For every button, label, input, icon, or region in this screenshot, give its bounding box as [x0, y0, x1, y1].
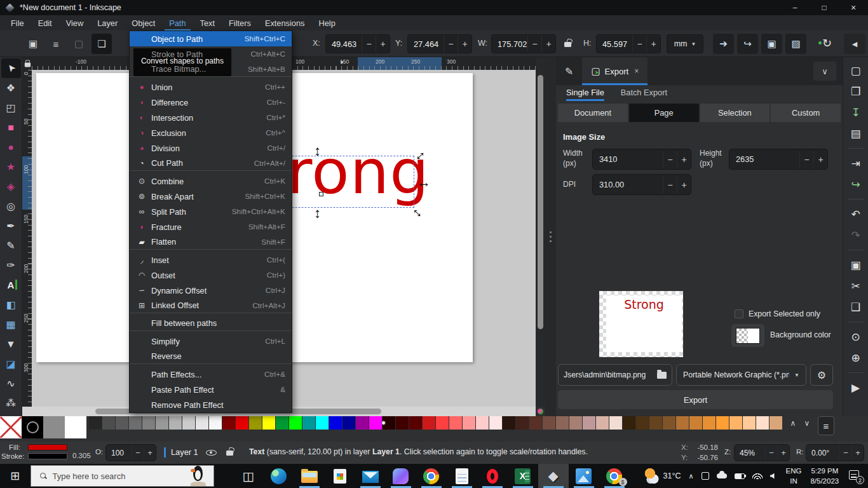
export-area-button[interactable]: Page	[629, 104, 699, 122]
tool-text[interactable]: A	[1, 275, 21, 295]
palette-swatch[interactable]	[289, 416, 302, 430]
menu-item-exclusion[interactable]: ◑ Exclusion Ctrl+^	[130, 125, 292, 140]
select-all-layers-button[interactable]: ≡	[46, 34, 66, 54]
palette-swatch[interactable]	[689, 416, 702, 430]
scale-corners-toggle[interactable]: ↪	[737, 34, 758, 54]
tool-tweak[interactable]: ∿	[1, 374, 21, 393]
fill-swatch[interactable]	[28, 444, 67, 451]
menu-item-union[interactable]: ● Union Ctrl++	[130, 79, 292, 95]
rotation-field[interactable]: 0.00° − +	[806, 444, 864, 461]
palette-swatch[interactable]	[276, 416, 288, 430]
sep5[interactable]	[848, 372, 864, 373]
palette-swatch[interactable]	[182, 416, 195, 430]
palette-swatch[interactable]	[449, 416, 462, 430]
export-filename-field[interactable]: Jsers\admin\bitmap.png	[558, 364, 672, 386]
export-area-button[interactable]: Document	[558, 104, 628, 122]
menu-item-inset[interactable]: ◞ Inset Ctrl+(	[130, 252, 292, 268]
palette-swatch[interactable]	[222, 416, 235, 430]
menubar-item[interactable]: Path	[162, 15, 193, 30]
menu-item-difference[interactable]: ◖ Difference Ctrl+-	[130, 95, 292, 110]
palette-swatch[interactable]	[409, 416, 422, 430]
palette-swatch[interactable]	[556, 416, 569, 430]
taskbar-task-view[interactable]: ◫	[233, 464, 264, 488]
export-button[interactable]: Export	[558, 390, 833, 409]
palette-swatch[interactable]	[516, 416, 529, 430]
folder-open-icon[interactable]	[657, 372, 667, 379]
export-format-dropdown[interactable]: Portable Network Graphic (*.png) ▼	[676, 364, 806, 386]
layer-visibility-icon[interactable]	[206, 450, 217, 456]
maximize-button[interactable]: □	[810, 0, 839, 15]
dock-collapse-button[interactable]: ∨	[813, 62, 836, 81]
background-color-button[interactable]	[731, 324, 764, 347]
menu-item-fracture[interactable]: ◗ Fracture Shift+Alt+F	[130, 219, 292, 234]
export-height-field[interactable]: 2635 − +	[729, 149, 828, 170]
taskbar-loop[interactable]	[386, 464, 416, 488]
swatch-gray[interactable]	[43, 416, 65, 438]
palette-swatch[interactable]	[463, 416, 475, 430]
export-icon[interactable]: ↪	[848, 177, 864, 191]
palette-swatch[interactable]	[356, 416, 369, 430]
menu-item-simplify[interactable]: Simplify Ctrl+L	[130, 334, 292, 349]
increment-button[interactable]: +	[677, 151, 691, 168]
lock-ratio-toggle[interactable]	[564, 42, 571, 47]
palette-swatch[interactable]	[756, 416, 769, 430]
h-field[interactable]: 45.597 − +	[596, 34, 661, 53]
color-managed-view-toggle[interactable]	[536, 407, 545, 416]
search-input[interactable]: Type here to search	[31, 465, 214, 487]
snap-bar-collapse-button[interactable]: ◀	[844, 34, 865, 54]
menubar-item[interactable]: Layer	[90, 15, 125, 30]
palette-swatch[interactable]	[342, 416, 355, 430]
palette-swatch[interactable]	[489, 416, 502, 430]
paste-icon[interactable]: ❑	[848, 300, 864, 314]
export-selected-checkbox[interactable]	[735, 309, 743, 318]
tool-ellipse[interactable]: ●	[1, 137, 21, 157]
taskbar-inkscape[interactable]: ◆	[538, 464, 569, 488]
palette-swatch[interactable]	[423, 416, 435, 430]
export-width-field[interactable]: 3410 − +	[592, 149, 691, 170]
new-document-icon[interactable]: ▢	[848, 64, 864, 78]
export-area-button[interactable]: Selection	[700, 104, 770, 122]
taskbar-notepad[interactable]	[447, 464, 477, 488]
swatch-none[interactable]	[0, 416, 22, 438]
language-indicator[interactable]: ENG IN	[786, 466, 802, 486]
taskbar-edge[interactable]	[264, 464, 294, 488]
tool-rectangle[interactable]: ■	[1, 118, 21, 137]
scale-handle-top[interactable]: ↔	[313, 145, 327, 159]
export-settings-button[interactable]: ⚙	[810, 364, 833, 386]
decrement-button[interactable]: −	[799, 151, 813, 168]
decrement-button[interactable]: −	[444, 35, 458, 53]
palette-scroll-down[interactable]: ∨	[800, 416, 814, 430]
taskbar-chrome-profile[interactable]: $	[599, 464, 630, 488]
stroke-swatch[interactable]	[28, 453, 67, 459]
select-all-button[interactable]: ▣	[23, 34, 43, 54]
swatch-white[interactable]	[65, 416, 86, 438]
increment-button[interactable]: +	[646, 35, 660, 53]
tool-mesh-gradient[interactable]: ▦	[1, 315, 21, 334]
taskbar-file-explorer[interactable]	[294, 464, 325, 488]
layer-selector[interactable]: Layer 1	[171, 447, 198, 457]
unit-dropdown[interactable]: mm ▼	[667, 34, 703, 53]
menubar-item[interactable]: View	[59, 15, 91, 30]
tool-dropper[interactable]: ▼	[1, 334, 21, 354]
notification-center-button[interactable]: 2	[849, 470, 862, 482]
palette-swatch[interactable]	[623, 416, 635, 430]
onedrive-icon[interactable]	[714, 473, 729, 478]
tray-chevron-icon[interactable]: ∧	[686, 472, 696, 480]
tool-pen[interactable]: ✒	[1, 216, 21, 236]
zoom-field[interactable]: 45% − +	[734, 444, 790, 461]
menubar-item[interactable]: File	[4, 15, 31, 30]
zoom-selection-icon[interactable]: ⊙	[848, 330, 864, 344]
clock[interactable]: 5:29 PM 8/5/2023	[810, 466, 839, 486]
wifi-icon[interactable]	[750, 473, 765, 479]
tool-calligraphy[interactable]: ✑	[1, 255, 21, 275]
stroke-width-value[interactable]: 0.305	[72, 452, 91, 459]
swatch-black[interactable]	[22, 416, 43, 438]
palette-swatch[interactable]	[569, 416, 582, 430]
menu-item-flatten[interactable]: ▰ Flatten Shift+F	[130, 234, 292, 250]
redo-icon[interactable]: ↷	[848, 228, 864, 242]
palette-swatch[interactable]	[729, 416, 742, 430]
palette-swatch[interactable]	[583, 416, 595, 430]
palette-swatch[interactable]	[649, 416, 662, 430]
decrement-button[interactable]: −	[663, 151, 677, 168]
menubar-item[interactable]: Text	[193, 15, 222, 30]
